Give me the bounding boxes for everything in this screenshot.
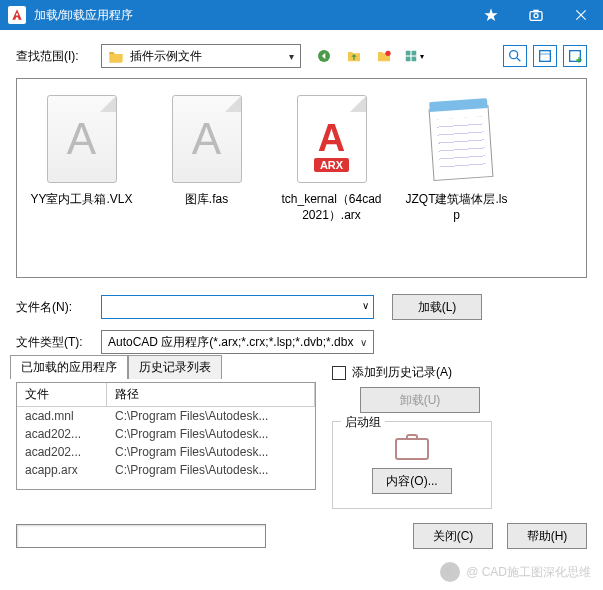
filetype-label: 文件类型(T): [16,334,101,351]
filename-input[interactable]: ∨ [101,295,374,319]
watermark: 头 @ CAD施工图深化思维 [440,562,591,582]
filetype-value: AutoCAD 应用程序(*.arx;*.crx;*.lsp;*.dvb;*.d… [108,334,353,351]
file-list-area[interactable]: A YY室内工具箱.VLX A 图库.fas AARX tch_kernal（6… [16,78,587,278]
view-menu-icon[interactable]: ▾ [403,45,425,67]
file-item[interactable]: AARX tch_kernal（64cad2021）.arx [279,91,384,223]
add-history-checkbox[interactable] [332,366,346,380]
window-title: 加载/卸载应用程序 [34,7,468,24]
svg-point-9 [510,51,518,59]
startup-legend: 启动组 [341,414,385,431]
back-icon[interactable] [313,45,335,67]
svg-point-4 [385,51,390,56]
chevron-down-icon: ▾ [289,51,294,62]
file-name: 图库.fas [154,192,259,208]
list-row[interactable]: acad202...C:\Program Files\Autodesk... [17,443,315,461]
status-input[interactable] [16,524,266,548]
loaded-apps-list[interactable]: 文件 路径 acad.mnlC:\Program Files\Autodesk.… [16,382,316,490]
svg-rect-7 [406,57,411,62]
chevron-down-icon: ∨ [362,300,369,311]
svg-rect-10 [540,51,551,62]
file-item[interactable]: JZQT建筑墙体层.lsp [404,91,509,223]
new-folder-icon[interactable] [373,45,395,67]
arx-file-icon: AARX [297,95,367,183]
chevron-down-icon: ∨ [360,337,367,348]
filename-label: 文件名(N): [16,299,101,316]
tab-history[interactable]: 历史记录列表 [128,355,222,379]
column-file[interactable]: 文件 [17,383,107,406]
star-icon[interactable] [468,0,513,30]
svg-rect-6 [412,51,417,56]
list-row[interactable]: acad202...C:\Program Files\Autodesk... [17,425,315,443]
unload-button[interactable]: 卸载(U) [360,387,480,413]
load-button[interactable]: 加载(L) [392,294,482,320]
help-button[interactable]: 帮助(H) [507,523,587,549]
svg-rect-5 [406,51,411,56]
svg-rect-8 [412,57,417,62]
column-path[interactable]: 路径 [107,383,315,406]
look-in-row: 查找范围(I): 插件示例文件 ▾ ▾ [16,44,587,68]
svg-point-1 [534,14,538,18]
svg-rect-2 [533,10,538,13]
list-row[interactable]: acad.mnlC:\Program Files\Autodesk... [17,407,315,425]
file-name: YY室内工具箱.VLX [29,192,134,208]
loaded-apps-group: 已加载的应用程序 历史记录列表 文件 路径 acad.mnlC:\Program… [16,364,316,504]
tab-loaded-apps[interactable]: 已加载的应用程序 [10,355,128,379]
app-icon [8,6,26,24]
lsp-file-icon [417,95,497,183]
tool-search-icon[interactable] [503,45,527,67]
file-icon: A [172,95,242,183]
look-in-label: 查找范围(I): [16,48,101,65]
look-in-value: 插件示例文件 [130,48,202,65]
file-icon: A [47,95,117,183]
tool-window-icon[interactable] [533,45,557,67]
svg-rect-0 [530,12,542,21]
file-name: JZQT建筑墙体层.lsp [404,192,509,223]
startup-group: 启动组 内容(O)... [332,421,492,509]
avatar-icon: 头 [440,562,460,582]
up-folder-icon[interactable] [343,45,365,67]
filetype-combo[interactable]: AutoCAD 应用程序(*.arx;*.crx;*.lsp;*.dvb;*.d… [101,330,374,354]
add-history-label: 添加到历史记录(A) [352,364,452,381]
close-button[interactable]: 关闭(C) [413,523,493,549]
file-item[interactable]: A 图库.fas [154,91,259,208]
tool-add-icon[interactable] [563,45,587,67]
list-row[interactable]: acapp.arxC:\Program Files\Autodesk... [17,461,315,479]
contents-button[interactable]: 内容(O)... [372,468,452,494]
file-name: tch_kernal（64cad2021）.arx [279,192,384,223]
titlebar: 加载/卸载应用程序 [0,0,603,30]
add-history-row[interactable]: 添加到历史记录(A) [332,364,587,381]
briefcase-icon [395,434,429,460]
close-icon[interactable] [558,0,603,30]
folder-icon [108,49,124,63]
camera-icon[interactable] [513,0,558,30]
file-item[interactable]: A YY室内工具箱.VLX [29,91,134,208]
look-in-combo[interactable]: 插件示例文件 ▾ [101,44,301,68]
